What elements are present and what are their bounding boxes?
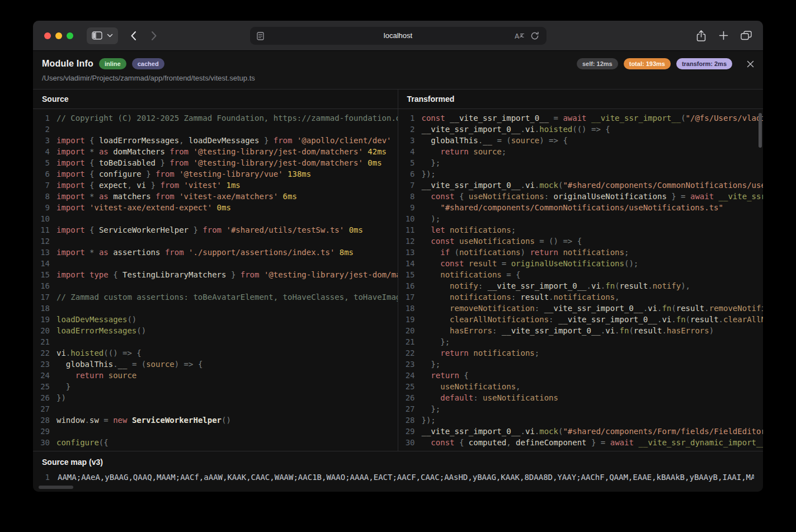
code-line: 30 const { computed, defineComponent } =… [403,437,764,448]
badge-cached: cached [132,58,164,69]
line-number: 6 [403,168,415,180]
code-line: 12 [37,236,398,247]
line-number: 22 [403,347,415,359]
code-line: 28window.sw = new ServiceWorkerHelper() [37,415,398,426]
chevron-left-icon [130,31,136,41]
transformed-panel: Transformed 1const __vite_ssr_import_0__… [398,90,764,451]
minimize-window-button[interactable] [55,32,62,39]
code-line: 17// Zammad custom assertions: toBeAvata… [37,291,398,303]
code-line: 19 clearAllNotifications: __vite_ssr_imp… [403,314,764,325]
code-line: 11 let notifications; [403,224,764,236]
code-line: 14 [37,258,398,269]
code-line: 14 const result = originalUseNotificatio… [403,258,764,269]
address-bar[interactable]: localhost A [250,27,547,45]
line-number: 24 [403,370,415,381]
back-button[interactable] [130,31,136,41]
line-number: 28 [403,415,415,426]
code-line: 19loadDevMessages() [37,314,398,325]
line-number: 8 [403,191,415,202]
line-number: 19 [37,314,50,325]
line-number: 23 [37,359,50,370]
line-number: 11 [37,224,50,236]
code-line: 5 }; [403,157,764,168]
traffic-lights [44,32,73,39]
code-line: 5import { toBeDisabled } from '@testing-… [37,157,398,168]
code-line: 7import { expect, vi } from 'vitest' 1ms [37,180,398,191]
code-line: 28}); [403,415,764,426]
line-number: 16 [37,280,50,291]
svg-text:A: A [515,32,520,40]
tabs-icon [741,31,752,40]
code-line: 25 } [37,381,398,392]
zoom-window-button[interactable] [67,32,73,39]
code-line: 13 if (notifications) return notificatio… [403,247,764,258]
line-number: 25 [403,381,415,392]
line-number: 18 [37,303,50,314]
browser-toolbar: localhost A [33,21,763,51]
source-code[interactable]: 1// Copyright (C) 2012-2025 Zammad Found… [33,109,398,451]
code-line: 16 [37,280,398,291]
line-number: 5 [403,157,415,168]
sidebar-toggle-button[interactable] [87,27,118,44]
line-number: 20 [403,325,415,336]
code-line: 29__vite_ssr_import_0__.vi.mock("#shared… [403,426,764,437]
line-number: 27 [37,403,50,415]
chevron-right-icon [151,31,157,41]
line-number: 27 [403,403,415,415]
line-number: 6 [37,168,50,180]
code-line: 3 globalThis.__ = (source) => { [403,135,764,146]
line-number: 3 [403,135,415,146]
transformed-panel-title: Transformed [398,90,764,109]
line-number: 10 [37,213,50,224]
transformed-code[interactable]: 1const __vite_ssr_import_0__ = await __v… [398,109,764,451]
forward-button[interactable] [151,31,157,41]
new-tab-button[interactable] [719,31,728,40]
line-number: 7 [37,180,50,191]
close-button[interactable] [747,60,754,68]
code-line: 10 [37,213,398,224]
translate-icon[interactable]: A [515,32,524,40]
source-panel: Source 1// Copyright (C) 2012-2025 Zamma… [33,90,398,451]
code-line: 15import type { TestingLibraryMatchers }… [37,269,398,280]
code-line: 30configure({ [37,437,398,448]
line-number: 26 [37,392,50,403]
line-number: 11 [403,224,415,236]
line-number: 28 [37,415,50,426]
page-title: Module Info [42,59,93,69]
code-line: 27 [37,403,398,415]
code-line: 22vi.hoisted(() => { [37,347,398,359]
line-number: 23 [403,359,415,370]
code-line: 24 return source [37,370,398,381]
metric-self: self: 12ms [577,58,618,69]
line-number: 1 [403,112,415,124]
code-line: 26 default: useNotifications [403,392,764,403]
line-number: 17 [37,291,50,303]
source-map-mappings: AAMA;AAeA,yBAAG,QAAQ,MAAM;AACf,aAAW,KAAK… [58,472,754,483]
line-number: 1 [37,112,50,124]
badge-inline: inline [99,58,126,69]
code-line: 8import * as matchers from 'vitest-axe/m… [37,191,398,202]
share-button[interactable] [696,30,706,42]
browser-window: localhost A [33,21,763,492]
code-line: 10 ); [403,213,764,224]
module-file-path: /Users/vladimir/Projects/zammad/app/fron… [42,74,754,82]
line-number: 7 [403,180,415,191]
code-line: 1const __vite_ssr_import_0__ = await __v… [403,112,764,124]
reload-icon[interactable] [530,31,539,40]
code-line: 12 const useNotifications = () => { [403,236,764,247]
line-number: 2 [403,124,415,135]
url-text: localhost [250,27,547,45]
vertical-scrollbar[interactable] [759,113,762,148]
code-line: 20 hasErrors: __vite_ssr_import_0__.vi.f… [403,325,764,336]
line-number: 22 [37,347,50,359]
line-number: 10 [403,213,415,224]
tab-overview-button[interactable] [741,31,752,40]
close-window-button[interactable] [44,32,51,39]
code-line: 11import { ServiceWorkerHelper } from '#… [37,224,398,236]
plus-icon [719,31,728,40]
line-number: 21 [403,336,415,347]
code-line: 29 [37,426,398,437]
source-panel-title: Source [33,90,398,109]
horizontal-scrollbar[interactable] [39,486,73,489]
sidebar-icon [92,31,102,40]
